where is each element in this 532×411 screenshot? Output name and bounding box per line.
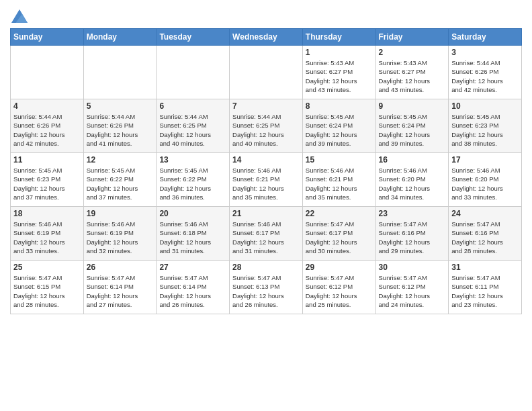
weekday-header-sunday: Sunday [11, 29, 84, 46]
day-number: 12 [87, 155, 154, 165]
day-info: Sunrise: 5:46 AM Sunset: 6:19 PM Dayligh… [87, 220, 154, 255]
calendar-cell: 11Sunrise: 5:45 AM Sunset: 6:23 PM Dayli… [11, 153, 84, 207]
calendar-cell: 12Sunrise: 5:45 AM Sunset: 6:22 PM Dayli… [83, 153, 157, 207]
calendar-week-4: 18Sunrise: 5:46 AM Sunset: 6:19 PM Dayli… [11, 207, 522, 261]
day-number: 17 [451, 155, 519, 165]
calendar-cell: 23Sunrise: 5:47 AM Sunset: 6:16 PM Dayli… [375, 207, 449, 261]
calendar-cell: 28Sunrise: 5:47 AM Sunset: 6:13 PM Dayli… [230, 261, 303, 314]
day-info: Sunrise: 5:44 AM Sunset: 6:25 PM Dayligh… [159, 112, 226, 148]
day-number: 27 [159, 263, 226, 272]
day-info: Sunrise: 5:47 AM Sunset: 6:16 PM Dayligh… [451, 220, 519, 255]
weekday-header-monday: Monday [83, 29, 157, 46]
calendar-cell: 25Sunrise: 5:47 AM Sunset: 6:15 PM Dayli… [11, 261, 84, 314]
day-number: 20 [159, 209, 226, 218]
day-number: 28 [232, 263, 300, 272]
day-info: Sunrise: 5:45 AM Sunset: 6:23 PM Dayligh… [13, 166, 81, 201]
day-info: Sunrise: 5:47 AM Sunset: 6:17 PM Dayligh… [306, 220, 373, 255]
day-number: 6 [159, 101, 226, 111]
day-info: Sunrise: 5:44 AM Sunset: 6:26 PM Dayligh… [451, 58, 519, 94]
day-number: 16 [379, 155, 446, 165]
calendar-cell: 18Sunrise: 5:46 AM Sunset: 6:19 PM Dayli… [11, 207, 84, 261]
calendar-cell: 22Sunrise: 5:47 AM Sunset: 6:17 PM Dayli… [302, 207, 375, 261]
day-number: 10 [451, 101, 519, 111]
day-number: 22 [306, 209, 373, 218]
calendar-week-5: 25Sunrise: 5:47 AM Sunset: 6:15 PM Dayli… [11, 261, 522, 314]
day-number: 8 [306, 101, 373, 111]
page-container: SundayMondayTuesdayWednesdayThursdayFrid… [0, 0, 532, 411]
day-number: 23 [379, 209, 446, 218]
day-info: Sunrise: 5:46 AM Sunset: 6:18 PM Dayligh… [159, 220, 226, 255]
day-info: Sunrise: 5:44 AM Sunset: 6:26 PM Dayligh… [87, 112, 154, 148]
calendar-cell: 5Sunrise: 5:44 AM Sunset: 6:26 PM Daylig… [83, 99, 157, 153]
calendar-cell: 30Sunrise: 5:47 AM Sunset: 6:12 PM Dayli… [375, 261, 449, 314]
calendar-cell: 29Sunrise: 5:47 AM Sunset: 6:12 PM Dayli… [302, 261, 375, 314]
calendar-cell: 26Sunrise: 5:47 AM Sunset: 6:14 PM Dayli… [83, 261, 157, 314]
day-info: Sunrise: 5:45 AM Sunset: 6:24 PM Dayligh… [306, 112, 373, 148]
calendar-cell [157, 46, 230, 99]
day-info: Sunrise: 5:46 AM Sunset: 6:20 PM Dayligh… [451, 166, 519, 201]
day-info: Sunrise: 5:47 AM Sunset: 6:11 PM Dayligh… [451, 273, 519, 309]
calendar-cell: 3Sunrise: 5:44 AM Sunset: 6:26 PM Daylig… [449, 46, 522, 99]
day-number: 9 [379, 101, 446, 111]
day-number: 3 [451, 48, 519, 57]
calendar-cell: 6Sunrise: 5:44 AM Sunset: 6:25 PM Daylig… [157, 99, 230, 153]
day-info: Sunrise: 5:47 AM Sunset: 6:16 PM Dayligh… [379, 220, 446, 255]
day-info: Sunrise: 5:47 AM Sunset: 6:12 PM Dayligh… [379, 273, 446, 309]
calendar-cell: 19Sunrise: 5:46 AM Sunset: 6:19 PM Dayli… [83, 207, 157, 261]
day-info: Sunrise: 5:44 AM Sunset: 6:26 PM Dayligh… [13, 112, 81, 148]
calendar-cell [230, 46, 303, 99]
day-info: Sunrise: 5:46 AM Sunset: 6:21 PM Dayligh… [232, 166, 300, 201]
day-info: Sunrise: 5:47 AM Sunset: 6:14 PM Dayligh… [159, 273, 226, 309]
calendar-cell: 17Sunrise: 5:46 AM Sunset: 6:20 PM Dayli… [449, 153, 522, 207]
calendar-cell: 27Sunrise: 5:47 AM Sunset: 6:14 PM Dayli… [157, 261, 230, 314]
calendar-cell [11, 46, 84, 99]
header [10, 7, 522, 23]
calendar-cell [83, 46, 157, 99]
day-info: Sunrise: 5:46 AM Sunset: 6:17 PM Dayligh… [232, 220, 300, 255]
day-number: 14 [232, 155, 300, 165]
day-number: 15 [306, 155, 373, 165]
calendar-cell: 24Sunrise: 5:47 AM Sunset: 6:16 PM Dayli… [449, 207, 522, 261]
calendar-cell: 8Sunrise: 5:45 AM Sunset: 6:24 PM Daylig… [302, 99, 375, 153]
day-number: 29 [306, 263, 373, 272]
day-number: 25 [13, 263, 81, 272]
calendar-cell: 16Sunrise: 5:46 AM Sunset: 6:20 PM Dayli… [375, 153, 449, 207]
day-info: Sunrise: 5:47 AM Sunset: 6:14 PM Dayligh… [87, 273, 154, 309]
weekday-header-thursday: Thursday [302, 29, 375, 46]
calendar-cell: 21Sunrise: 5:46 AM Sunset: 6:17 PM Dayli… [230, 207, 303, 261]
day-info: Sunrise: 5:46 AM Sunset: 6:21 PM Dayligh… [306, 166, 373, 201]
day-number: 13 [159, 155, 226, 165]
day-info: Sunrise: 5:43 AM Sunset: 6:27 PM Dayligh… [379, 58, 446, 94]
calendar-cell: 2Sunrise: 5:43 AM Sunset: 6:27 PM Daylig… [375, 46, 449, 99]
day-info: Sunrise: 5:46 AM Sunset: 6:20 PM Dayligh… [379, 166, 446, 201]
weekday-header-saturday: Saturday [449, 29, 522, 46]
logo [10, 9, 28, 23]
weekday-header-tuesday: Tuesday [157, 29, 230, 46]
day-number: 4 [13, 101, 81, 111]
day-number: 7 [232, 101, 300, 111]
day-info: Sunrise: 5:47 AM Sunset: 6:13 PM Dayligh… [232, 273, 300, 309]
calendar-cell: 9Sunrise: 5:45 AM Sunset: 6:24 PM Daylig… [375, 99, 449, 153]
day-number: 5 [87, 101, 154, 111]
day-info: Sunrise: 5:45 AM Sunset: 6:22 PM Dayligh… [87, 166, 154, 201]
day-info: Sunrise: 5:47 AM Sunset: 6:12 PM Dayligh… [306, 273, 373, 309]
calendar-cell: 13Sunrise: 5:45 AM Sunset: 6:22 PM Dayli… [157, 153, 230, 207]
day-number: 18 [13, 209, 81, 218]
day-number: 31 [451, 263, 519, 272]
calendar-week-3: 11Sunrise: 5:45 AM Sunset: 6:23 PM Dayli… [11, 153, 522, 207]
calendar-cell: 14Sunrise: 5:46 AM Sunset: 6:21 PM Dayli… [230, 153, 303, 207]
day-info: Sunrise: 5:44 AM Sunset: 6:25 PM Dayligh… [232, 112, 300, 148]
day-info: Sunrise: 5:43 AM Sunset: 6:27 PM Dayligh… [306, 58, 373, 94]
calendar-week-1: 1Sunrise: 5:43 AM Sunset: 6:27 PM Daylig… [11, 46, 522, 99]
weekday-header-row: SundayMondayTuesdayWednesdayThursdayFrid… [11, 29, 522, 46]
weekday-header-wednesday: Wednesday [230, 29, 303, 46]
day-number: 19 [87, 209, 154, 218]
logo-icon [11, 9, 28, 23]
day-number: 1 [306, 48, 373, 57]
day-info: Sunrise: 5:47 AM Sunset: 6:15 PM Dayligh… [13, 273, 81, 309]
day-info: Sunrise: 5:45 AM Sunset: 6:22 PM Dayligh… [159, 166, 226, 201]
day-number: 2 [379, 48, 446, 57]
day-number: 26 [87, 263, 154, 272]
calendar-cell: 1Sunrise: 5:43 AM Sunset: 6:27 PM Daylig… [302, 46, 375, 99]
day-number: 11 [13, 155, 81, 165]
